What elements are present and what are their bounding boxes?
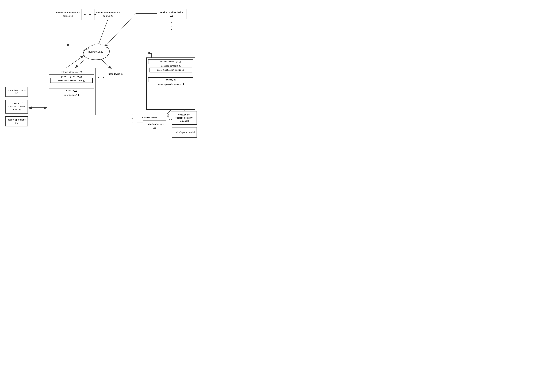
legend-collection-34-label: collection of operation set limit tables… xyxy=(7,102,26,112)
svg-text:network(s) 22: network(s) 22 xyxy=(89,50,103,53)
eval-sources-dots: • • • xyxy=(84,12,97,17)
legend-arrow-svg xyxy=(28,104,48,112)
right-pool-36-label: pool of operations 36 xyxy=(174,131,195,134)
legend-portfolio-32: portfolio of assets 32 xyxy=(5,87,28,97)
legend-pool-36-label: pool of operations 36 xyxy=(7,118,26,125)
right-collection-34: collection of operation set limit tables… xyxy=(172,111,197,125)
network-cloud: network(s) 22 xyxy=(80,42,112,61)
user-device-12-box: user device 12 xyxy=(104,69,128,79)
user-device-10-label: user device 10 xyxy=(49,94,94,96)
eval-source-18-box: evaluation data content source 18 xyxy=(54,9,82,20)
legend-portfolio-32-label: portfolio of assets 32 xyxy=(7,89,26,95)
service-provider-16-label: service provider device 16 xyxy=(159,11,185,17)
sp16-dots: ••• xyxy=(171,21,172,32)
sp14-processing-label: processing module 26 xyxy=(148,65,193,67)
service-provider-16-box: service provider device 16 xyxy=(157,9,186,19)
eval-source-20-box: evaluation data content source 20 xyxy=(94,9,122,20)
user-device-10-memory: memory 28 xyxy=(49,88,94,93)
eval-source-18-label: evaluation data content source 18 xyxy=(56,11,80,17)
diagram-container: evaluation data content source 18 evalua… xyxy=(0,0,209,154)
legend-collection-34: collection of operation set limit tables… xyxy=(5,100,28,114)
sp14-label: service provider device 14 xyxy=(148,83,193,85)
user-device-10-processing-label: processing module 26 xyxy=(49,75,94,78)
right-portfolio-dots: ••• xyxy=(132,113,132,124)
cloud-svg: network(s) 22 xyxy=(80,42,112,61)
sp14-memory: memory 28 xyxy=(148,77,193,82)
service-provider-14-container: network interface(s) 24 processing modul… xyxy=(146,57,195,110)
legend-pool-36: pool of operations 36 xyxy=(5,116,28,126)
sp14-asset-mod: asset modification module 30 xyxy=(150,68,192,72)
user-device-10-container: network interface(s) 24 processing modul… xyxy=(47,68,96,115)
right-pool-36: pool of operations 36 xyxy=(172,127,197,138)
sp14-network-interface: network interface(s) 24 xyxy=(148,59,193,64)
right-portfolio-32-label: portfolio of assets 32 xyxy=(145,123,165,129)
user-device-10-network-interface: network interface(s) 24 xyxy=(49,70,94,75)
eval-source-20-label: evaluation data content source 20 xyxy=(96,11,120,17)
user-device-10-asset-mod: asset modification module 30 xyxy=(50,78,93,83)
user-device-12-label: user device 12 xyxy=(108,72,123,76)
right-portfolio-32: portfolio of assets 32 xyxy=(143,121,166,131)
right-portfolio-top-label: portfolio of assets xyxy=(140,116,157,119)
right-collection-34-label: collection of operation set limit tables… xyxy=(173,113,195,123)
